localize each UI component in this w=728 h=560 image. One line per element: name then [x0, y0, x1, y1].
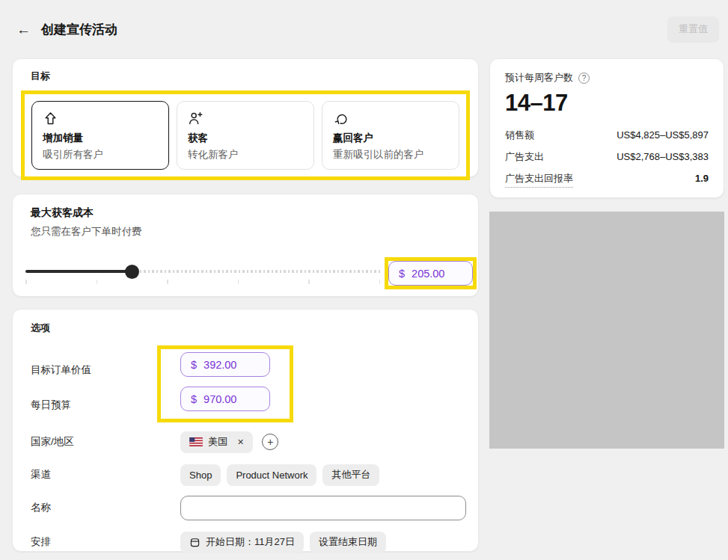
page-title: 创建宣传活动 [41, 21, 117, 38]
start-date-label: 开始日期：11月27日 [206, 535, 295, 549]
reset-values-button[interactable]: 重置值 [667, 16, 719, 42]
calendar-icon [189, 537, 201, 548]
max-cac-title: 最大获客成本 [31, 206, 460, 220]
help-icon[interactable]: ? [578, 73, 590, 84]
roas-row: 广告支出回报率 1.9 [505, 172, 709, 188]
options-card: 选项 目标订单价值 每日预算 $ 392.00 $ 970.00 国家/地区 [12, 309, 479, 552]
slider-thumb[interactable] [125, 265, 139, 279]
currency-symbol: $ [399, 268, 405, 280]
goal-option-subtitle: 重新吸引以前的客户 [333, 148, 448, 161]
daily-budget-label: 每日预算 [31, 387, 157, 422]
goal-card: 目标 增加销量 吸引所有客户 获客 转化新客户 赢回客户 [12, 58, 479, 177]
goal-option-title: 增加销量 [43, 132, 158, 145]
currency-symbol: $ [191, 359, 197, 371]
sales-row: 销售额 US$4,825–US$5,897 [505, 129, 709, 142]
page-header: ← 创建宣传活动 重置值 [16, 16, 719, 42]
daily-budget-input[interactable]: $ 970.00 [180, 387, 270, 411]
set-end-date-button[interactable]: 设置结束日期 [310, 532, 386, 553]
goal-option-increase-sales[interactable]: 增加销量 吸引所有客户 [31, 101, 169, 170]
estimate-card: 预计每周客户数 ? 14–17 销售额 US$4,825–US$5,897 广告… [489, 58, 724, 198]
name-label: 名称 [31, 501, 180, 514]
goal-option-acquire-customers[interactable]: 获客 转化新客户 [177, 101, 314, 170]
usa-flag-icon [189, 437, 203, 446]
summary-column: 预计每周客户数 ? 14–17 销售额 US$4,825–US$5,897 广告… [489, 58, 724, 449]
back-arrow-icon[interactable]: ← [16, 22, 31, 37]
goal-options-highlight-box: 增加销量 吸引所有客户 获客 转化新客户 赢回客户 重新吸引以前的客户 [21, 90, 470, 180]
daily-budget-value: 970.00 [204, 393, 236, 405]
add-country-button[interactable]: + [262, 434, 278, 450]
country-region-label: 国家/地区 [31, 435, 180, 449]
channel-chip-shop[interactable]: Shop [180, 464, 221, 486]
goal-option-title: 获客 [188, 132, 303, 145]
close-icon[interactable]: ✕ [237, 437, 244, 447]
schedule-label: 安排 [31, 535, 180, 549]
goal-option-subtitle: 转化新客户 [188, 148, 303, 161]
person-add-icon [188, 111, 204, 126]
max-cac-highlight-box: $ 205.00 [385, 257, 477, 289]
channels-label: 渠道 [31, 468, 180, 481]
options-card-title: 选项 [31, 321, 466, 335]
return-arrow-icon [333, 111, 349, 126]
roas-label[interactable]: 广告支出回报率 [505, 172, 573, 188]
max-cac-value: 205.00 [412, 268, 444, 280]
slider-track-filled[interactable] [25, 270, 132, 274]
slider-track-remaining[interactable] [132, 270, 380, 273]
currency-symbol: $ [191, 393, 197, 405]
estimate-label: 预计每周客户数 [505, 71, 573, 84]
sales-label: 销售额 [505, 129, 534, 142]
roas-value: 1.9 [695, 173, 709, 184]
start-date-button[interactable]: 开始日期：11月27日 [180, 532, 304, 553]
ad-spend-value: US$2,768–US$3,383 [617, 151, 709, 162]
slider-ticks [25, 280, 380, 284]
target-order-value: 392.00 [204, 359, 236, 371]
budget-highlight-box: $ 392.00 $ 970.00 [157, 345, 293, 422]
options-labels: 目标订单价值 每日预算 [31, 345, 157, 422]
sales-value: US$4,825–US$5,897 [617, 129, 709, 141]
goal-option-title: 赢回客户 [333, 132, 448, 145]
goal-option-win-back-customers[interactable]: 赢回客户 重新吸引以前的客户 [322, 101, 459, 170]
country-chip-usa[interactable]: 美国 ✕ [180, 431, 253, 453]
channel-chip-product-network[interactable]: Product Network [227, 464, 316, 486]
weekly-customers-value: 14–17 [505, 90, 709, 117]
campaign-name-input[interactable] [180, 496, 466, 520]
goal-option-subtitle: 吸引所有客户 [43, 148, 158, 161]
target-order-value-input[interactable]: $ 392.00 [180, 352, 270, 377]
ad-spend-row: 广告支出 US$2,768–US$3,383 [505, 150, 709, 164]
goal-card-title: 目标 [13, 70, 478, 83]
max-cac-input[interactable]: $ 205.00 [388, 261, 473, 286]
channel-chip-other-platforms[interactable]: 其他平台 [322, 464, 379, 486]
max-cac-card: 最大获客成本 您只需在客户下单时付费 $ 205.00 [12, 194, 479, 297]
max-cac-slider[interactable] [25, 264, 380, 283]
country-chip-label: 美国 [208, 435, 227, 449]
max-cac-subtitle: 您只需在客户下单时付费 [31, 225, 460, 239]
main-column: 目标 增加销量 吸引所有客户 获客 转化新客户 赢回客户 [12, 58, 479, 552]
grow-arrow-icon [43, 111, 58, 126]
ad-spend-label: 广告支出 [505, 150, 544, 164]
target-order-value-label: 目标订单价值 [31, 352, 157, 387]
preview-placeholder [489, 212, 724, 449]
